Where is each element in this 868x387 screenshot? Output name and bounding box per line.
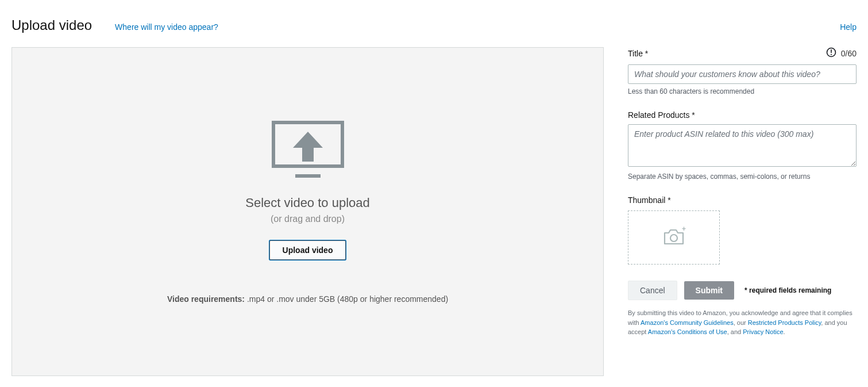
video-requirements: Video requirements: .mp4 or .mov under 5…	[167, 294, 448, 304]
title-input[interactable]	[628, 64, 857, 84]
community-guidelines-link[interactable]: Amazon's Community Guidelines	[641, 319, 734, 326]
title-label: Title *	[628, 49, 648, 58]
requirements-text: .mp4 or .mov under 5GB (480p or higher r…	[245, 294, 448, 304]
related-helper: Separate ASIN by spaces, commas, semi-co…	[628, 173, 857, 181]
where-appear-link[interactable]: Where will my video appear?	[115, 22, 218, 32]
related-products-input[interactable]	[628, 124, 857, 167]
legal-part5: .	[784, 328, 785, 335]
title-counter: 0/60	[841, 49, 857, 58]
svg-rect-1	[295, 174, 321, 178]
related-products-label: Related Products *	[628, 110, 695, 120]
upload-video-button[interactable]: Upload video	[269, 240, 346, 260]
help-link[interactable]: Help	[840, 22, 857, 32]
legal-text: By submitting this video to Amazon, you …	[628, 308, 857, 337]
svg-text:+: +	[682, 227, 686, 233]
submit-button[interactable]: Submit	[684, 281, 734, 300]
privacy-notice-link[interactable]: Privacy Notice	[743, 328, 783, 335]
upload-icon	[268, 120, 348, 183]
legal-part4: , and	[727, 328, 743, 335]
thumbnail-label: Thumbnail *	[628, 196, 671, 205]
required-note: * required fields remaining	[744, 286, 831, 294]
conditions-of-use-link[interactable]: Amazon's Conditions of Use	[648, 328, 727, 335]
legal-part2: , our	[734, 319, 748, 326]
svg-point-5	[670, 235, 677, 242]
dropzone-subtitle: (or drag and drop)	[271, 214, 345, 224]
thumbnail-upload[interactable]: +	[628, 210, 720, 265]
svg-point-4	[831, 54, 832, 55]
dropzone-title: Select video to upload	[245, 196, 370, 210]
restricted-products-link[interactable]: Restricted Products Policy	[748, 319, 821, 326]
warning-icon	[826, 47, 836, 60]
requirements-label: Video requirements:	[167, 294, 245, 304]
upload-dropzone[interactable]: Select video to upload (or drag and drop…	[11, 47, 604, 376]
title-helper: Less than 60 characters is recommended	[628, 87, 857, 95]
cancel-button[interactable]: Cancel	[628, 281, 677, 300]
page-title: Upload video	[11, 17, 92, 33]
camera-icon: +	[662, 227, 686, 248]
